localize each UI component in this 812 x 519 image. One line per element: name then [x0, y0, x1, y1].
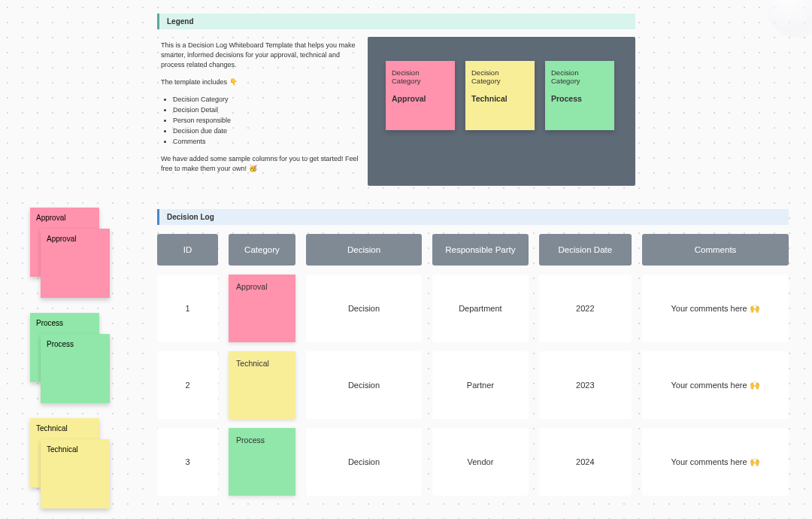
- category-label: Decision Category: [551, 68, 608, 85]
- legend-bullets: Decision Category Decision Detail Person…: [173, 95, 360, 147]
- table-row[interactable]: 2 Technical Decision Partner 2023 Your c…: [157, 351, 789, 419]
- cell-id[interactable]: 1: [157, 275, 218, 342]
- category-label: Decision Category: [471, 68, 529, 85]
- header-row: ID Category Decision Responsible Party D…: [157, 234, 789, 266]
- decision-log-section: Decision Log ID Category Decision Respon…: [157, 209, 789, 505]
- legend-text: This is a Decision Log Whiteboard Templa…: [157, 37, 368, 186]
- decision-log-grid: ID Category Decision Responsible Party D…: [157, 234, 789, 496]
- category-type: Approval: [392, 94, 449, 103]
- category-sticky[interactable]: Approval: [229, 275, 295, 342]
- header-comments: Comments: [642, 234, 789, 266]
- cell-comments[interactable]: Your comments here 🙌: [642, 351, 789, 419]
- category-sticky[interactable]: Process: [229, 428, 295, 496]
- legend-para3: We have added some sample columns for yo…: [161, 154, 360, 174]
- legend-title: Legend: [157, 14, 635, 29]
- pointing-down-icon: 👇: [229, 78, 238, 86]
- legend-section: Legend This is a Decision Log Whiteboard…: [157, 14, 635, 186]
- cell-responsible[interactable]: Partner: [432, 351, 528, 419]
- cell-category[interactable]: Approval: [229, 275, 295, 342]
- legend-body: This is a Decision Log Whiteboard Templa…: [157, 37, 635, 186]
- sticky-note[interactable]: Process: [41, 334, 110, 403]
- bullet-item: Decision Category: [173, 95, 360, 105]
- bullet-item: Person responsible: [173, 116, 360, 126]
- sticky-stack-approval[interactable]: Approval Approval: [30, 208, 113, 298]
- cell-comments[interactable]: Your comments here 🙌: [642, 275, 789, 342]
- cell-category[interactable]: Technical: [229, 351, 295, 419]
- category-note-process[interactable]: Decision Category Process: [545, 61, 614, 130]
- cell-id[interactable]: 2: [157, 351, 218, 419]
- decorative-bubble: [767, 0, 812, 38]
- header-category: Category: [229, 234, 295, 266]
- table-row[interactable]: 1 Approval Decision Department 2022 Your…: [157, 275, 789, 342]
- cell-responsible[interactable]: Department: [432, 275, 528, 342]
- cell-comments[interactable]: Your comments here 🙌: [642, 428, 789, 496]
- header-id: ID: [157, 234, 218, 266]
- bullet-item: Comments: [173, 137, 360, 147]
- bullet-item: Decision Detail: [173, 105, 360, 115]
- cell-decision[interactable]: Decision: [306, 351, 422, 419]
- cell-category[interactable]: Process: [229, 428, 295, 496]
- bullet-item: Decision due date: [173, 126, 360, 136]
- sticky-stack-technical[interactable]: Technical Technical: [30, 418, 113, 508]
- cell-date[interactable]: 2023: [539, 351, 632, 419]
- category-note-approval[interactable]: Decision Category Approval: [386, 61, 455, 130]
- cell-decision[interactable]: Decision: [306, 428, 422, 496]
- cell-id[interactable]: 3: [157, 428, 218, 496]
- decision-log-title: Decision Log: [157, 209, 789, 225]
- legend-categories: Decision Category Approval Decision Cate…: [368, 37, 635, 186]
- header-responsible: Responsible Party: [432, 234, 528, 266]
- sticky-note[interactable]: Approval: [41, 229, 110, 298]
- sticky-stack-process[interactable]: Process Process: [30, 313, 113, 403]
- sticky-note[interactable]: Technical: [41, 439, 110, 508]
- category-note-technical[interactable]: Decision Category Technical: [465, 61, 535, 130]
- table-row[interactable]: 3 Process Decision Vendor 2024 Your comm…: [157, 428, 789, 496]
- category-type: Technical: [471, 94, 529, 103]
- legend-para2: The template includes 👇: [161, 77, 360, 87]
- category-type: Process: [551, 94, 608, 103]
- cell-date[interactable]: 2024: [539, 428, 632, 496]
- cell-date[interactable]: 2022: [539, 275, 632, 342]
- cell-responsible[interactable]: Vendor: [432, 428, 528, 496]
- header-decision: Decision: [306, 234, 422, 266]
- legend-para2-prefix: The template includes: [161, 78, 229, 86]
- legend-para1: This is a Decision Log Whiteboard Templa…: [161, 41, 360, 70]
- category-sticky[interactable]: Technical: [229, 351, 295, 419]
- header-date: Decision Date: [539, 234, 632, 266]
- category-label: Decision Category: [392, 68, 449, 85]
- cell-decision[interactable]: Decision: [306, 275, 422, 342]
